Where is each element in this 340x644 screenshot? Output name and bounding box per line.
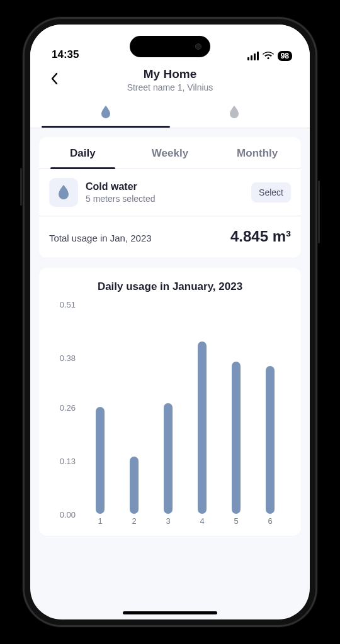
chart-card: Daily usage in January, 2023 0.000.130.2…: [39, 268, 301, 536]
page-title: My Home: [42, 67, 298, 81]
meter-type-tabs: [42, 99, 298, 128]
total-usage-label: Total usage in Jan, 2023: [49, 233, 152, 243]
chevron-left-icon: [50, 72, 59, 85]
chart-title: Daily usage in January, 2023: [49, 280, 291, 293]
app-header: My Home Street name 1, Vilnius: [30, 61, 310, 128]
total-usage-value: 4.845 m³: [230, 228, 291, 245]
page-subtitle: Street name 1, Vilnius: [42, 82, 298, 92]
chart-bar[interactable]: [266, 366, 275, 514]
hot-water-drop-icon: [229, 105, 240, 119]
x-tick-label: 5: [232, 516, 241, 530]
dynamic-island: [130, 36, 210, 57]
y-tick-label: 0.13: [60, 456, 76, 465]
chart-bar[interactable]: [198, 341, 207, 514]
x-tick-label: 4: [198, 516, 207, 530]
chart-plot-area: 123456: [79, 304, 291, 531]
total-usage-row: Total usage in Jan, 2023 4.845 m³: [39, 216, 301, 258]
x-tick-label: 6: [266, 516, 275, 530]
chart-x-axis: 123456: [79, 516, 291, 530]
period-tabs: DailyWeeklyMonthly: [39, 137, 301, 169]
cold-water-drop-icon: [100, 105, 111, 119]
x-tick-label: 2: [130, 516, 139, 530]
x-tick-label: 1: [96, 516, 105, 530]
period-tab-weekly[interactable]: Weekly: [127, 137, 214, 169]
meter-subtitle: 5 meters selected: [86, 194, 244, 204]
cellular-signal-icon: [247, 52, 259, 60]
camera-dot-icon: [195, 43, 201, 50]
chart-bar[interactable]: [130, 457, 139, 514]
chart-y-axis: 0.000.130.260.380.51: [49, 304, 79, 531]
content-area: DailyWeeklyMonthly Cold water 5 meters s…: [30, 128, 310, 619]
cold-water-drop-tab[interactable]: [42, 99, 170, 128]
meter-selector-row: Cold water 5 meters selected Select: [39, 169, 301, 216]
period-tab-monthly[interactable]: Monthly: [213, 137, 301, 169]
bar-chart: 0.000.130.260.380.51 123456: [49, 304, 291, 531]
x-tick-label: 3: [164, 516, 173, 530]
y-tick-label: 0.51: [60, 300, 76, 309]
status-time: 14:35: [52, 48, 79, 61]
phone-frame: 14:35 98 My Home Street name 1, Vilnius: [23, 17, 317, 627]
select-meters-button[interactable]: Select: [251, 182, 291, 203]
back-button[interactable]: [45, 70, 63, 87]
screen: 14:35 98 My Home Street name 1, Vilnius: [30, 25, 310, 619]
cold-water-drop-icon: [49, 178, 78, 207]
y-tick-label: 0.26: [60, 402, 76, 412]
y-tick-label: 0.38: [60, 353, 76, 363]
meter-title: Cold water: [86, 181, 244, 192]
hot-water-drop-tab[interactable]: [170, 99, 298, 128]
y-tick-label: 0.00: [60, 510, 76, 519]
chart-bar[interactable]: [232, 362, 241, 514]
home-indicator[interactable]: [123, 611, 217, 614]
period-tab-daily[interactable]: Daily: [39, 137, 127, 169]
chart-bar[interactable]: [164, 403, 173, 514]
wifi-icon: [263, 52, 274, 60]
chart-bar[interactable]: [96, 407, 105, 514]
battery-badge: 98: [278, 51, 292, 61]
summary-card: DailyWeeklyMonthly Cold water 5 meters s…: [39, 137, 301, 258]
